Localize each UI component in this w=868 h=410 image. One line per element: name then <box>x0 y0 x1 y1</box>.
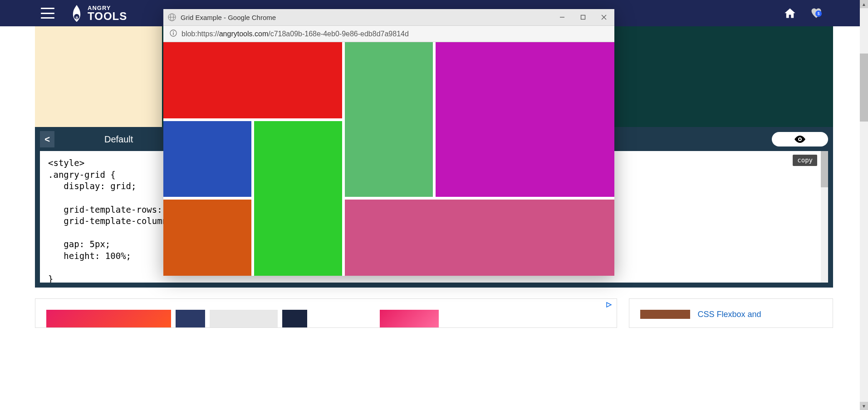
grid-item-4 <box>254 121 342 276</box>
grid-item-5 <box>163 200 251 276</box>
logo[interactable]: a ANGRY TOOLS <box>70 5 127 22</box>
ad-right-thumb <box>640 310 690 319</box>
ad-thumb-3 <box>210 310 278 328</box>
ad-info-icon[interactable] <box>606 302 612 310</box>
back-button[interactable]: < <box>40 131 54 147</box>
grid-item-0 <box>163 42 342 118</box>
menu-icon[interactable] <box>41 8 54 19</box>
ad-thumb-1 <box>46 310 171 328</box>
svg-rect-9 <box>581 15 585 20</box>
preview-toggle[interactable] <box>772 132 828 146</box>
grid-item-1 <box>345 42 433 197</box>
globe-icon <box>168 13 176 21</box>
favorites-icon[interactable]: $ <box>810 7 823 20</box>
svg-marker-4 <box>607 303 611 307</box>
logo-text-bottom: TOOLS <box>88 11 127 22</box>
grid-item-2 <box>436 42 614 197</box>
ad-thumb-4 <box>282 310 307 328</box>
maximize-button[interactable] <box>579 13 587 21</box>
home-icon[interactable] <box>784 7 796 20</box>
grid-demo <box>163 42 614 276</box>
minimize-button[interactable] <box>558 13 566 21</box>
site-info-icon[interactable] <box>170 29 177 39</box>
chrome-addressbar[interactable]: blob:https://angrytools.com/c718a09b-168… <box>163 26 614 42</box>
page-scrollbar[interactable]: ▲ ▼ <box>860 0 868 410</box>
ad-row: CSS Flexbox and <box>35 298 833 328</box>
copy-button[interactable]: copy <box>793 155 817 166</box>
code-scrollbar-thumb[interactable] <box>821 151 828 187</box>
svg-text:a: a <box>75 15 78 20</box>
chrome-window: Grid Example - Google Chrome blob:https:… <box>163 9 614 276</box>
ad-thumb-2 <box>176 310 205 328</box>
flame-icon: a <box>70 5 83 21</box>
url-domain: angrytools.com <box>219 30 269 38</box>
chrome-titlebar[interactable]: Grid Example - Google Chrome <box>163 9 614 26</box>
favorites-badge: $ <box>815 10 822 17</box>
scroll-up-button[interactable]: ▲ <box>860 0 868 8</box>
ad-card-left[interactable] <box>35 298 617 328</box>
url-prefix: blob:https:// <box>181 30 219 38</box>
code-scrollbar[interactable] <box>821 151 828 283</box>
scroll-track[interactable] <box>860 8 868 402</box>
scroll-thumb[interactable] <box>860 54 868 122</box>
eye-icon <box>794 136 805 143</box>
close-button[interactable] <box>600 13 608 21</box>
scroll-down-button[interactable]: ▼ <box>860 402 868 410</box>
svg-point-13 <box>173 31 174 32</box>
tab-default[interactable]: Default <box>104 134 133 145</box>
svg-rect-14 <box>173 33 174 35</box>
ad-card-right[interactable]: CSS Flexbox and <box>629 298 833 328</box>
chrome-title: Grid Example - Google Chrome <box>181 14 558 21</box>
grid-item-3 <box>163 121 251 197</box>
chrome-content <box>163 42 614 276</box>
url-path: /c718a09b-168e-4eb0-9e86-edb8d7a9814d <box>268 30 409 38</box>
preview-left-block <box>35 26 162 127</box>
grid-item-6 <box>345 200 614 276</box>
ad-thumb-5 <box>380 310 439 328</box>
svg-point-3 <box>799 138 801 140</box>
ad-right-link[interactable]: CSS Flexbox and <box>697 310 761 319</box>
